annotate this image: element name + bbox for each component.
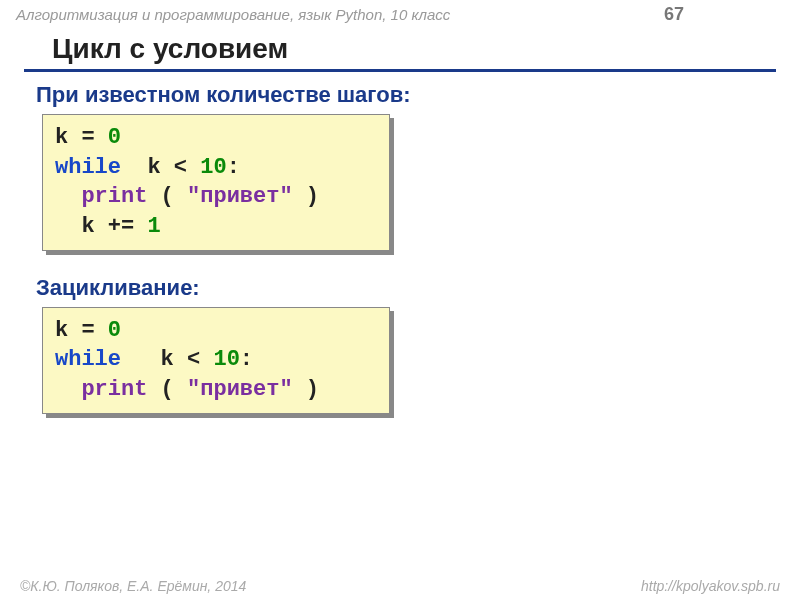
page-number: 67 xyxy=(664,4,684,25)
code-content-1: k = 0 while k < 10: print ( "привет" ) k… xyxy=(42,114,390,251)
breadcrumb: Алгоритмизация и программирование, язык … xyxy=(16,6,450,23)
source-url: http://kpolyakov.spb.ru xyxy=(641,578,780,594)
copyright-text: ©К.Ю. Поляков, Е.А. Ерёмин, 2014 xyxy=(20,578,246,594)
section2-heading: Зацикливание: xyxy=(36,275,800,301)
slide-title: Цикл с условием xyxy=(24,27,776,72)
slide-footer: ©К.Ю. Поляков, Е.А. Ерёмин, 2014 http://… xyxy=(0,578,800,594)
slide-header: Алгоритмизация и программирование, язык … xyxy=(0,0,800,27)
code-block-2: k = 0 while k < 10: print ( "привет" ) xyxy=(46,311,394,418)
code-block-1: k = 0 while k < 10: print ( "привет" ) k… xyxy=(46,118,394,255)
code-content-2: k = 0 while k < 10: print ( "привет" ) xyxy=(42,307,390,414)
section1-heading: При известном количестве шагов: xyxy=(36,82,800,108)
